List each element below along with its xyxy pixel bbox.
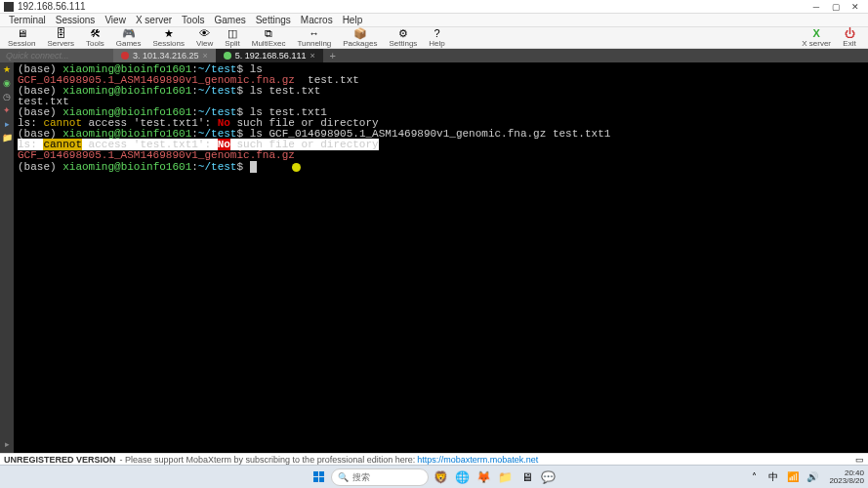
tools-icon[interactable]: ✦ bbox=[2, 105, 12, 115]
tool-label: MultiExec bbox=[252, 39, 286, 48]
terminal[interactable]: (base) xiaoming@bioinfo1601:~/test$ lsGC… bbox=[14, 62, 868, 453]
unregistered-label: UNREGISTERED VERSION bbox=[4, 455, 116, 465]
titlebar: 192.168.56.111 ─ ▢ ✕ bbox=[0, 0, 868, 14]
tool-tools[interactable]: 🛠Tools bbox=[80, 26, 110, 49]
taskbar: 🔍 🦁 🌐 🦊 📁 🖥 💬 ˄ 中 📶 🔊 20:40 2023/8/20 bbox=[0, 465, 868, 488]
terminal-line: (base) xiaoming@bioinfo1601:~/test$ bbox=[18, 161, 864, 173]
tool-multiexec[interactable]: ⧉MultiExec bbox=[246, 26, 292, 49]
tool-games[interactable]: 🎮Games bbox=[110, 26, 147, 49]
status-text: - Please support MobaXterm by subscribin… bbox=[120, 455, 416, 465]
globe-icon[interactable]: ◉ bbox=[2, 78, 12, 88]
tool-tunneling[interactable]: ↔Tunneling bbox=[291, 26, 337, 49]
svg-rect-1 bbox=[319, 471, 324, 476]
tab-label: 3. 101.34.216.25 bbox=[133, 51, 199, 61]
split-icon: ◫ bbox=[226, 27, 239, 39]
menu-view[interactable]: View bbox=[100, 14, 131, 26]
tool-label: Servers bbox=[47, 39, 74, 48]
tool-settings[interactable]: ⚙Settings bbox=[383, 26, 423, 49]
session-icon: 🖥 bbox=[15, 27, 28, 39]
tool-sessions[interactable]: ★Sessions bbox=[147, 26, 190, 49]
settings-icon: ⚙ bbox=[396, 27, 410, 39]
quick-connect[interactable] bbox=[0, 49, 113, 62]
maximize-button[interactable]: ▢ bbox=[827, 1, 845, 13]
taskbar-app-explorer[interactable]: 📁 bbox=[497, 468, 515, 486]
tray-wifi-icon[interactable]: 📶 bbox=[786, 470, 800, 484]
close-button[interactable]: ✕ bbox=[847, 1, 864, 13]
tool-label: View bbox=[196, 39, 213, 48]
taskbar-app-1[interactable]: 🦁 bbox=[433, 468, 450, 486]
taskbar-app-firefox[interactable]: 🦊 bbox=[475, 468, 493, 486]
app-icon bbox=[4, 2, 14, 12]
tool-servers[interactable]: 🗄Servers bbox=[41, 26, 80, 49]
games-icon: 🎮 bbox=[122, 27, 136, 39]
window-title: 192.168.56.111 bbox=[18, 1, 807, 12]
star-icon[interactable]: ★ bbox=[2, 64, 12, 74]
tab-status-icon bbox=[121, 52, 129, 60]
view-icon: 👁 bbox=[198, 27, 212, 39]
tool-label: Games bbox=[116, 39, 142, 48]
minimize-button[interactable]: ─ bbox=[807, 1, 825, 13]
tool-packages[interactable]: 📦Packages bbox=[337, 26, 383, 49]
tool-label: Packages bbox=[343, 39, 377, 48]
start-button[interactable] bbox=[311, 469, 327, 485]
macros-icon[interactable]: ▸ bbox=[2, 119, 12, 129]
tool-label: X server bbox=[802, 39, 831, 48]
tool-label: Split bbox=[225, 39, 240, 48]
toolbar: 🖥Session🗄Servers🛠Tools🎮Games★Sessions👁Vi… bbox=[0, 27, 868, 49]
tool-label: Exit bbox=[843, 39, 855, 48]
menu-macros[interactable]: Macros bbox=[296, 14, 338, 26]
menu-help[interactable]: Help bbox=[338, 14, 368, 26]
tool-help[interactable]: ?Help bbox=[423, 26, 450, 49]
terminal-line: GCF_014698905.1_ASM1469890v1_genomic.fna… bbox=[18, 150, 864, 161]
taskbar-app-mobax[interactable]: 🖥 bbox=[518, 468, 536, 486]
taskbar-search-input[interactable] bbox=[352, 472, 421, 482]
tab-5--192-168-56-111[interactable]: 5. 192.168.56.111× bbox=[216, 49, 323, 62]
taskbar-app-chat[interactable]: 💬 bbox=[540, 468, 558, 486]
menu-settings[interactable]: Settings bbox=[251, 14, 296, 26]
sidebar: ★ ◉ ◷ ✦ ▸ 📁 ▸ bbox=[0, 62, 14, 453]
tool-session[interactable]: 🖥Session bbox=[2, 26, 41, 49]
tab-label: 5. 192.168.56.111 bbox=[235, 51, 307, 61]
status-link[interactable]: https://mobaxterm.mobatek.net bbox=[417, 455, 538, 465]
menu-terminal[interactable]: Terminal bbox=[4, 14, 51, 26]
clock-icon[interactable]: ◷ bbox=[2, 92, 12, 102]
tool-label: Settings bbox=[389, 39, 417, 48]
quick-connect-input[interactable] bbox=[0, 51, 113, 61]
tray-ime-icon[interactable]: 中 bbox=[766, 470, 780, 484]
tool-label: Help bbox=[429, 39, 444, 48]
multiexec-icon: ⧉ bbox=[262, 27, 275, 39]
tool-exit[interactable]: ⏻Exit bbox=[837, 26, 862, 49]
svg-rect-2 bbox=[313, 477, 318, 482]
tool-label: Sessions bbox=[153, 39, 185, 48]
taskbar-clock[interactable]: 20:40 2023/8/20 bbox=[829, 469, 864, 485]
tabstrip: 3. 101.34.216.25×5. 192.168.56.111× + bbox=[0, 49, 868, 62]
windows-logo-icon bbox=[313, 471, 325, 483]
tool-label: Tunneling bbox=[297, 39, 331, 48]
menu-tools[interactable]: Tools bbox=[177, 14, 209, 26]
taskbar-search[interactable]: 🔍 bbox=[331, 468, 429, 486]
svg-rect-3 bbox=[319, 477, 324, 482]
search-icon: 🔍 bbox=[338, 472, 349, 482]
tool-label: Tools bbox=[86, 39, 104, 48]
new-tab-button[interactable]: + bbox=[323, 49, 343, 62]
tab-3--101-34-216-25[interactable]: 3. 101.34.216.25× bbox=[113, 49, 216, 62]
tab-close-icon[interactable]: × bbox=[310, 51, 314, 61]
tool-x-server[interactable]: XX server bbox=[796, 26, 837, 49]
taskbar-app-edge[interactable]: 🌐 bbox=[454, 468, 472, 486]
tab-close-icon[interactable]: × bbox=[203, 51, 208, 61]
tool-view[interactable]: 👁View bbox=[190, 26, 219, 49]
menu-x-server[interactable]: X server bbox=[131, 14, 177, 26]
exit-icon: ⏻ bbox=[843, 27, 856, 39]
tray-volume-icon[interactable]: 🔊 bbox=[806, 470, 819, 484]
tray-chevron-icon[interactable]: ˄ bbox=[747, 470, 761, 484]
status-corner-icon: ▭ bbox=[855, 455, 864, 465]
menu-sessions[interactable]: Sessions bbox=[51, 14, 101, 26]
svg-rect-0 bbox=[313, 471, 318, 476]
menu-games[interactable]: Games bbox=[209, 14, 250, 26]
sftp-icon[interactable]: 📁 bbox=[2, 133, 12, 142]
sessions-icon: ★ bbox=[162, 27, 176, 39]
tab-status-icon bbox=[224, 52, 231, 60]
tool-split[interactable]: ◫Split bbox=[219, 26, 246, 49]
expand-icon[interactable]: ▸ bbox=[2, 439, 12, 449]
packages-icon: 📦 bbox=[353, 27, 367, 39]
